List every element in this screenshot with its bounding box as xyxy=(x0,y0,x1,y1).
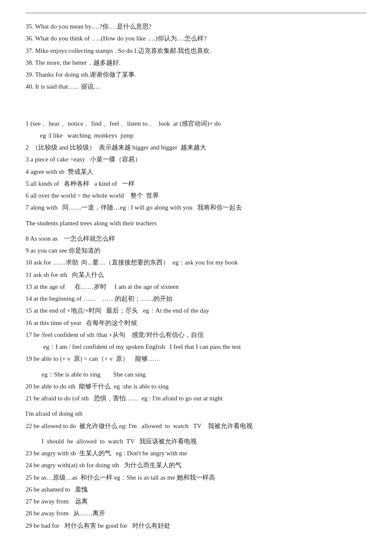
line-15: 15 at the end of +地点/+时间 最后；尽头 eg：At the… xyxy=(26,305,366,316)
line-16: 16 at this time of year 在每年的这个时候 xyxy=(26,317,366,328)
line-28: 28 be away from 从……离开 xyxy=(26,508,366,519)
line-17: 17 be /feel confident of sth /that +从句 感… xyxy=(26,329,366,340)
line-8: 8 As soon as 一怎么样就怎么样 xyxy=(26,233,366,244)
line-37: 37. Mike enjoys collecting stamps . So d… xyxy=(26,45,366,56)
line-25: 25 be as…原级…as 和什么一样 eg：She is as tall a… xyxy=(26,472,366,483)
line-3: 3 a piece of cake =easy 小菜一碟（容易） xyxy=(26,154,366,165)
line-38: 38. The more, the better．越多越好. xyxy=(26,57,366,68)
line-1: 1 (see 、hear 、notice 、find 、feel 、listen… xyxy=(26,118,366,129)
line-40: 40. It is said that….. 据说… xyxy=(26,81,366,92)
line-14: 14 at the beginning of …… ……的起初；……的开始 xyxy=(26,293,366,304)
top-divider xyxy=(26,13,366,13)
line-afraid-doing: I'm afraid of doing sth xyxy=(26,408,366,419)
line-students: The students planted trees along with th… xyxy=(26,218,366,229)
line-26: 26 be ashamed to 羞愧 xyxy=(26,484,366,495)
line-7: 7 along with 同……一道，伴随…eg : I will go alo… xyxy=(26,202,366,213)
line-21: 21 be afraid to do (of sth 恐惧，害怕…… eg : … xyxy=(26,393,366,404)
line-19: 19 be able to (+ v 原) = can（+ v 原） 能够…… xyxy=(26,353,366,364)
line-35: 35. What do you mean by….?你….是什么意思? xyxy=(26,21,366,32)
line-24: 24 be angry with(at) sb for doing sth 为什… xyxy=(26,460,366,471)
line-9: 9 as you can see 你是知道的 xyxy=(26,245,366,256)
line-19-eg: eg：She is able to sing She can sing xyxy=(26,369,366,380)
line-6: 6 all over the world = the whole world 整… xyxy=(26,190,366,201)
line-5: 5 all kinds of 各种各样 a kind of 一样 xyxy=(26,178,366,189)
line-2: 2 （比较级 and 比较级） 表示越来越 bigger and bigger … xyxy=(26,142,366,153)
line-4: 4 agree with sb 赞成某人 xyxy=(26,166,366,177)
line-27: 27 be away from 远离 xyxy=(26,496,366,507)
line-39: 39. Thanks for doing sth.谢谢你做了某事. xyxy=(26,69,366,80)
line-10: 10 ask for ……求助 向...要…（直接接想要的东西） eg：ask … xyxy=(26,257,366,268)
numbered-phrases-top: 35. What do you mean by….?你….是什么意思? 36. … xyxy=(26,21,366,92)
line-17-eg: eg：I am / feel confident of my spoken En… xyxy=(26,341,366,352)
line-20: 20 be able to do sth 能够干什么 eg :she is ab… xyxy=(26,381,366,392)
line-13: 13 at the age of 在……岁时 I am at the age o… xyxy=(26,281,366,292)
line-11: 11 ask sb for sth 向某人什么 xyxy=(26,269,366,280)
line-29: 29 be bad for 对什么有害 be good for 对什么有好处 xyxy=(26,520,366,531)
grammar-notes: 1 (see 、hear 、notice 、find 、feel 、listen… xyxy=(26,118,366,531)
line-1-eg: eg :I like watching monkeys jump xyxy=(26,130,366,141)
line-23: 23 be angry with sb 生某人的气 eg : Don't be … xyxy=(26,448,366,459)
line-22: 22 be allowed to do 被允许做什么 eg: I'm allow… xyxy=(26,420,366,431)
line-36: 36. What do you think of …..(How do you … xyxy=(26,33,366,44)
line-22-eg: I should be allowed to watch TV 我应该被允许看电… xyxy=(26,436,366,447)
